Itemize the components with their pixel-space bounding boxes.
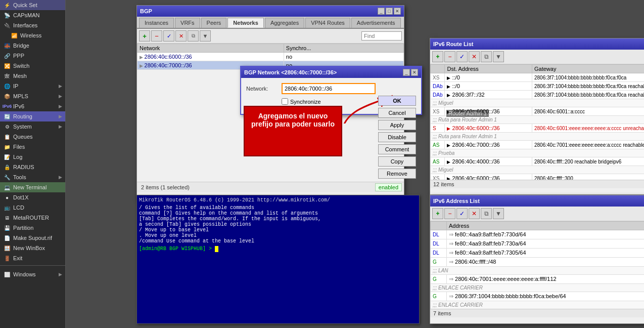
sidebar-item-quick-set[interactable]: ⚡ Quick Set: [0, 0, 65, 10]
copy-button[interactable]: ⧉: [188, 30, 199, 42]
sidebar-item-log[interactable]: 📝 Log: [0, 152, 65, 162]
table-row[interactable]: S ▶ 2806:40c:6000::/36 2806:40c:6001:eee…: [431, 124, 645, 133]
table-row[interactable]: XS ▶ 2806:40c:6000::/36 2806:40c:ffff::3…: [431, 174, 645, 180]
sidebar-item-bridge[interactable]: 🌉 Bridge: [0, 40, 65, 51]
filter-button[interactable]: ▼: [200, 30, 211, 42]
add-button[interactable]: +: [139, 30, 150, 42]
table-row[interactable]: ▶ 2806:40c:6000::/36 no: [137, 53, 404, 61]
ipv6-filter-btn[interactable]: ▼: [493, 51, 504, 62]
remove-dialog-button[interactable]: Remove: [378, 169, 416, 179]
copy-dialog-button[interactable]: Copy: [378, 156, 416, 167]
sidebar-item-mpls[interactable]: 📦 MPLS ▶: [0, 91, 65, 101]
ipv6-enable-btn[interactable]: ✓: [456, 51, 468, 62]
cancel-button[interactable]: Cancel: [378, 108, 416, 118]
addr-enable-btn[interactable]: ✓: [456, 208, 468, 219]
tab-peers[interactable]: Peers: [201, 18, 227, 28]
sidebar-item-tools[interactable]: 🔧 Tools ▶: [0, 172, 65, 182]
terminal-content[interactable]: MikroTik RouterOS 6.48.6 (c) 1999-2021 h…: [137, 195, 419, 323]
terminal-window[interactable]: MikroTik RouterOS 6.48.6 (c) 1999-2021 h…: [136, 195, 420, 324]
bgp-close-btn[interactable]: ✕: [394, 8, 401, 15]
ipv6-titlebar[interactable]: IPv6 Route List _ □ ✕: [430, 38, 644, 50]
table-row[interactable]: DL ⇒ fe80::4aa9:8aff:feb7:7305/64: [431, 249, 645, 258]
tab-advertisements[interactable]: Advertisements: [351, 18, 401, 28]
sidebar-item-radius[interactable]: 🔒 RADIUS: [0, 162, 65, 172]
address-titlebar[interactable]: IPv6 Address List _ □ ✕: [430, 195, 644, 207]
dialog-close-btn[interactable]: ✕: [411, 69, 418, 76]
sidebar-item-ppp[interactable]: 🔗 PPP: [0, 51, 65, 61]
col-flag[interactable]: [431, 65, 445, 73]
sidebar-item-system[interactable]: ⚙ System ▶: [0, 121, 65, 132]
sidebar-item-wireless[interactable]: 📶 Wireless: [0, 30, 65, 40]
bgp-titlebar[interactable]: BGP _ □ ✕: [137, 6, 404, 17]
sidebar-item-files[interactable]: 📁 Files: [0, 142, 65, 152]
col-dst[interactable]: Dst. Address: [445, 65, 532, 73]
apply-button[interactable]: Apply: [378, 120, 416, 130]
tab-vrfs[interactable]: VRFs: [175, 18, 200, 28]
tab-aggregates[interactable]: Aggregates: [265, 18, 304, 28]
col-addr[interactable]: Address: [447, 222, 645, 230]
addr-disable-btn[interactable]: ✕: [469, 208, 480, 219]
enabled-badge: enabled: [375, 183, 402, 191]
ipv6-copy-btn[interactable]: ⧉: [481, 51, 492, 62]
col-addr-flag[interactable]: [431, 222, 447, 230]
table-row[interactable]: G ⇒ 2806:3f7:1004:bbbb:bbbb:bbbb:f0ca:be…: [431, 292, 645, 301]
sidebar-item-new-winbox[interactable]: 🪟 New WinBox: [0, 243, 65, 253]
sidebar-item-mesh[interactable]: 🕸 Mesh: [0, 71, 65, 81]
dialog-titlebar[interactable]: BGP Network <2806:40c:7000::/36> _ ✕: [241, 67, 421, 78]
ipv6-remove-btn[interactable]: −: [444, 51, 455, 62]
sidebar-item-routing[interactable]: 🔄 Routing ▶: [0, 111, 65, 121]
sidebar-item-ipv6[interactable]: IPv6 IPv6 ▶: [0, 101, 65, 111]
bgp-maximize-btn[interactable]: □: [386, 8, 393, 15]
sidebar-item-exit[interactable]: 🚪 Exit: [0, 253, 65, 263]
comment-button[interactable]: Comment: [378, 144, 416, 154]
sidebar-item-ip[interactable]: 🌐 IP ▶: [0, 81, 65, 91]
table-row[interactable]: DL ⇒ fe80::4aa9:8aff:feb7:730d/64: [431, 230, 645, 239]
synchronize-checkbox[interactable]: [282, 98, 288, 105]
table-row[interactable]: DAb ▶ ::/0 2806:3f7:1004:bbbb:bbbb:bbbb:…: [431, 82, 645, 91]
bgp-find-input[interactable]: [361, 31, 402, 40]
bgp-minimize-btn[interactable]: _: [378, 8, 385, 15]
tools-icon: 🔧: [3, 173, 11, 181]
ipv6-disable-btn[interactable]: ✕: [469, 51, 480, 62]
ok-button[interactable]: OK: [378, 96, 416, 106]
sidebar-item-lcd[interactable]: 📺 LCD: [0, 202, 65, 213]
sidebar-item-dot1x[interactable]: ● Dot1X: [0, 192, 65, 202]
network-field-input[interactable]: [282, 83, 376, 94]
tab-networks[interactable]: Networks: [227, 18, 264, 28]
sidebar-item-make-supout[interactable]: 📄 Make Supout.rif: [0, 233, 65, 243]
addr-filter-btn[interactable]: ▼: [493, 208, 504, 219]
ipv6-filter-icon: ▼: [495, 53, 501, 60]
table-row[interactable]: DAb ▶ 2806:3f7::/32 2806:3f7:1004:bbbb:b…: [431, 91, 645, 99]
table-row[interactable]: AS ▶ 2806:40c:7000::/36 2806:40c:7001:ee…: [431, 141, 645, 149]
col-gw[interactable]: Gateway: [532, 65, 645, 73]
make-supout-icon: 📄: [3, 234, 11, 242]
table-row[interactable]: G ⇒ 2806:40c:ffff::/48: [431, 258, 645, 267]
table-row[interactable]: DL ⇒ fe80::4aa9:8aff:feb7:730a/64: [431, 239, 645, 249]
ipv6-arrow: ▶: [59, 104, 62, 109]
sidebar-item-queues[interactable]: 📋 Queues: [0, 132, 65, 142]
disable-button[interactable]: ✕: [175, 30, 187, 42]
remove-button[interactable]: −: [151, 30, 162, 42]
sidebar-item-capsman[interactable]: 📡 CAPsMAN: [0, 10, 65, 20]
addr-copy-btn[interactable]: ⧉: [481, 208, 492, 219]
addr-add-btn[interactable]: +: [432, 208, 443, 219]
table-row[interactable]: XS ▶ ::/0 2806:3f7:1004:bbbb:bbbb:bbbb:f…: [431, 73, 645, 82]
col-synchro[interactable]: Synchro...: [284, 44, 403, 53]
sidebar-item-new-terminal[interactable]: 💻 New Terminal: [0, 182, 65, 192]
addr-remove-btn[interactable]: −: [444, 208, 455, 219]
sidebar-item-interfaces[interactable]: 🔌 Interfaces: [0, 20, 65, 30]
table-row[interactable]: AS ▶ 2806:40c:4000::/36 2806:40c:ffff::2…: [431, 157, 645, 166]
sidebar-item-partition[interactable]: 💾 Partition: [0, 223, 65, 233]
col-network[interactable]: Network: [137, 44, 284, 53]
table-row[interactable]: G ⇒ 2806:40c:7001:eeee:eeee:eeee:a:ffff/…: [431, 275, 645, 284]
disable-icon: ✕: [179, 33, 183, 39]
tab-instances[interactable]: Instances: [139, 18, 174, 28]
sidebar-item-metarouter[interactable]: 🖥 MetaROUTER: [0, 213, 65, 223]
sidebar-item-windows[interactable]: ⬜ Windows ▶: [0, 269, 65, 279]
dialog-minimize-btn[interactable]: _: [403, 69, 410, 76]
ipv6-add-btn[interactable]: +: [432, 51, 443, 62]
disable-dialog-button[interactable]: Disable: [378, 132, 416, 142]
tab-vpn4-routes[interactable]: VPN4 Routes: [305, 18, 350, 28]
enable-button[interactable]: ✓: [163, 30, 174, 42]
sidebar-item-switch[interactable]: 🔀 Switch: [0, 61, 65, 71]
